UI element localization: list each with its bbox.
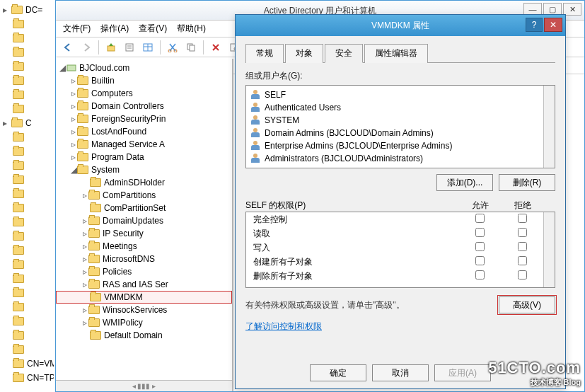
tree-item[interactable]: IP Security: [103, 229, 144, 238]
tree-item[interactable]: RAS and IAS Ser: [103, 279, 168, 289]
deny-checkbox[interactable]: [518, 228, 527, 237]
group-icon: [250, 115, 260, 125]
menu-action[interactable]: 操作(A): [100, 23, 129, 35]
deny-checkbox[interactable]: [518, 256, 527, 265]
remove-button[interactable]: 删除(R): [499, 174, 555, 191]
deny-checkbox[interactable]: [518, 270, 527, 279]
expand-icon[interactable]: ▹: [70, 127, 77, 137]
allow-checkbox[interactable]: [475, 228, 485, 237]
tree-item[interactable]: Default Domain: [104, 330, 163, 340]
tree-item[interactable]: DomainUpdates: [103, 216, 163, 226]
expand-icon[interactable]: ▹: [81, 241, 88, 251]
tree-item[interactable]: ForeignSecurityPrin: [91, 114, 166, 124]
add-button[interactable]: 添加(D)...: [436, 174, 493, 191]
perm-label: 删除所有子对象: [253, 270, 458, 282]
expand-icon[interactable]: ▹: [81, 267, 88, 277]
deny-checkbox[interactable]: [518, 242, 527, 251]
tree-item-selected[interactable]: VMMDKM: [104, 292, 143, 302]
properties-icon[interactable]: [122, 40, 137, 55]
ok-button[interactable]: 确定: [310, 364, 366, 381]
collapse-icon[interactable]: ◢: [70, 165, 77, 175]
up-icon[interactable]: [103, 40, 119, 55]
tree-item[interactable]: WinsockServices: [103, 305, 167, 315]
table-icon[interactable]: [140, 40, 156, 55]
tree-item[interactable]: ComPartitionSet: [104, 203, 166, 213]
vertical-scrollbar[interactable]: [543, 86, 555, 168]
tab-object[interactable]: 对象: [285, 44, 323, 63]
delete-icon[interactable]: [208, 40, 224, 55]
vertical-scrollbar[interactable]: [543, 212, 555, 287]
help-button[interactable]: ?: [526, 18, 543, 32]
expand-icon[interactable]: ▸: [1, 5, 8, 15]
expand-icon[interactable]: ▹: [81, 254, 88, 264]
collapse-icon[interactable]: ◢: [59, 63, 66, 73]
menu-help[interactable]: 帮助(H): [177, 23, 206, 35]
allow-checkbox[interactable]: [475, 256, 485, 265]
tab-attribute-editor[interactable]: 属性编辑器: [364, 44, 428, 63]
expand-icon[interactable]: ▹: [81, 305, 88, 315]
folder-icon: [88, 229, 100, 238]
tree-root[interactable]: BJCloud.com: [79, 63, 129, 73]
cut-icon[interactable]: [165, 40, 180, 55]
copy-icon[interactable]: [183, 40, 199, 55]
folder-icon: [13, 34, 24, 42]
tab-security[interactable]: 安全: [325, 44, 363, 63]
tab-general[interactable]: 常规: [245, 44, 284, 63]
folder-icon: [13, 190, 24, 198]
expand-icon[interactable]: ▹: [81, 279, 88, 289]
group-icon: [250, 141, 260, 151]
permissions-listbox[interactable]: 完全控制 读取 写入 创建所有子对象 删除所有子对象: [245, 212, 555, 288]
allow-checkbox[interactable]: [475, 242, 485, 251]
tree-item[interactable]: ComPartitions: [103, 190, 156, 200]
expand-icon[interactable]: ▹: [81, 216, 88, 226]
tree-item[interactable]: Computers: [91, 88, 133, 98]
folder-icon: [13, 359, 24, 368]
nav-tree[interactable]: ◢BJCloud.com ▹Builtin ▹Computers ▹Domain…: [56, 59, 233, 391]
expand-icon[interactable]: ▹: [81, 318, 88, 328]
tree-item[interactable]: Program Data: [91, 152, 144, 162]
tree-item[interactable]: LostAndFound: [91, 127, 146, 137]
deny-checkbox[interactable]: [518, 214, 527, 223]
forward-icon[interactable]: [79, 40, 94, 55]
tree-item[interactable]: Builtin: [91, 76, 115, 86]
svg-rect-13: [67, 65, 76, 71]
tree-item[interactable]: Domain Controllers: [91, 101, 164, 111]
folder-icon: [13, 246, 24, 255]
learn-more-link[interactable]: 了解访问控制和权限: [245, 321, 322, 333]
dialog-title-bar[interactable]: VMMDKM 属性 ? ✕: [236, 15, 565, 36]
folder-icon: [13, 303, 24, 311]
expand-icon[interactable]: ▹: [70, 139, 77, 149]
menu-file[interactable]: 文件(F): [63, 23, 91, 35]
tree-item[interactable]: MicrosoftDNS: [103, 254, 155, 264]
advanced-button[interactable]: 高级(V): [499, 296, 555, 313]
perm-label: 创建所有子对象: [253, 256, 458, 268]
allow-checkbox[interactable]: [475, 214, 485, 223]
fs-label: DC=: [25, 5, 42, 15]
allow-checkbox[interactable]: [475, 270, 485, 279]
users-listbox[interactable]: SELF Authenticated Users SYSTEM Domain A…: [245, 85, 555, 168]
expand-icon[interactable]: ▹: [81, 190, 88, 200]
tree-item[interactable]: Meetings: [103, 241, 137, 251]
close-button[interactable]: ✕: [544, 18, 562, 32]
folder-icon: [13, 345, 24, 354]
group-icon: [250, 128, 260, 138]
tree-item[interactable]: Policies: [103, 267, 132, 277]
tree-item[interactable]: AdminSDHolder: [104, 178, 165, 188]
expand-icon[interactable]: ▹: [70, 152, 77, 162]
tree-item[interactable]: WMIPolicy: [103, 318, 143, 328]
expand-icon[interactable]: ▹: [70, 88, 77, 98]
expand-icon[interactable]: ▹: [81, 229, 88, 238]
folder-icon: [88, 255, 100, 263]
expand-icon[interactable]: ▸: [1, 118, 8, 128]
apply-button[interactable]: 应用(A): [434, 364, 491, 381]
cancel-button[interactable]: 取消: [372, 364, 429, 381]
tree-item[interactable]: Managed Service A: [91, 139, 165, 149]
expand-icon[interactable]: ▹: [70, 76, 77, 86]
back-icon[interactable]: [60, 40, 76, 55]
expand-icon[interactable]: ▹: [70, 101, 77, 111]
menu-view[interactable]: 查看(V): [139, 23, 167, 35]
horizontal-scrollbar[interactable]: ◂ ▮▮▮ ▸: [56, 380, 232, 391]
tree-item-system[interactable]: System: [91, 165, 120, 175]
expand-icon[interactable]: ▹: [70, 114, 77, 124]
folder-icon: [13, 317, 24, 325]
